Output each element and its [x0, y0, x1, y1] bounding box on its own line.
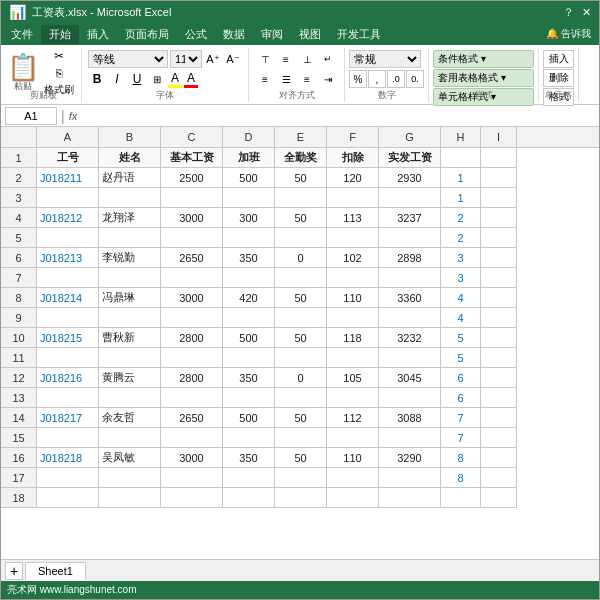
cell-c9[interactable]: [161, 308, 223, 328]
menu-developer[interactable]: 开发工具: [329, 25, 389, 44]
cell-h11[interactable]: 5: [441, 348, 481, 368]
cell-i6[interactable]: [481, 248, 517, 268]
cell-f12[interactable]: 105: [327, 368, 379, 388]
cell-e8[interactable]: 50: [275, 288, 327, 308]
align-top-button[interactable]: ⊤: [255, 50, 275, 68]
align-bottom-button[interactable]: ⊥: [297, 50, 317, 68]
cell-c13[interactable]: [161, 388, 223, 408]
cell-g9[interactable]: [379, 308, 441, 328]
align-left-button[interactable]: ≡: [255, 70, 275, 88]
cell-d4[interactable]: 300: [223, 208, 275, 228]
cell-a18[interactable]: [37, 488, 99, 508]
cell-e3[interactable]: [275, 188, 327, 208]
table-format-button[interactable]: 套用表格格式 ▾: [433, 69, 534, 87]
cell-d7[interactable]: [223, 268, 275, 288]
cell-g4[interactable]: 3237: [379, 208, 441, 228]
menu-home[interactable]: 开始: [41, 25, 79, 44]
cell-f18[interactable]: [327, 488, 379, 508]
cell-h5[interactable]: 2: [441, 228, 481, 248]
cell-f4[interactable]: 113: [327, 208, 379, 228]
col-header-f[interactable]: F: [327, 127, 379, 147]
cell-i10[interactable]: [481, 328, 517, 348]
cell-g15[interactable]: [379, 428, 441, 448]
cell-g12[interactable]: 3045: [379, 368, 441, 388]
cell-f13[interactable]: [327, 388, 379, 408]
row-num-16[interactable]: 16: [1, 448, 37, 468]
col-header-e[interactable]: E: [275, 127, 327, 147]
cell-a4[interactable]: J018212: [37, 208, 99, 228]
cell-h16[interactable]: 8: [441, 448, 481, 468]
cell-a14[interactable]: J018217: [37, 408, 99, 428]
cell-g3[interactable]: [379, 188, 441, 208]
cell-d3[interactable]: [223, 188, 275, 208]
cell-d10[interactable]: 500: [223, 328, 275, 348]
cell-i2[interactable]: [481, 168, 517, 188]
cell-f14[interactable]: 112: [327, 408, 379, 428]
cell-c4[interactable]: 3000: [161, 208, 223, 228]
row-num-3[interactable]: 3: [1, 188, 37, 208]
cell-c14[interactable]: 2650: [161, 408, 223, 428]
cell-reference-input[interactable]: [5, 107, 57, 125]
cell-a6[interactable]: J018213: [37, 248, 99, 268]
cell-h1[interactable]: [441, 148, 481, 168]
row-num-6[interactable]: 6: [1, 248, 37, 268]
cell-h4[interactable]: 2: [441, 208, 481, 228]
col-header-g[interactable]: G: [379, 127, 441, 147]
number-format-select[interactable]: 常规: [349, 50, 421, 68]
menu-page-layout[interactable]: 页面布局: [117, 25, 177, 44]
cell-b15[interactable]: [99, 428, 161, 448]
cell-i17[interactable]: [481, 468, 517, 488]
cell-g10[interactable]: 3232: [379, 328, 441, 348]
cell-g1[interactable]: 实发工资: [379, 148, 441, 168]
cell-g13[interactable]: [379, 388, 441, 408]
cell-f8[interactable]: 110: [327, 288, 379, 308]
cell-a3[interactable]: [37, 188, 99, 208]
col-header-b[interactable]: B: [99, 127, 161, 147]
cell-c16[interactable]: 3000: [161, 448, 223, 468]
font-color-button[interactable]: A: [184, 71, 198, 88]
cell-b10[interactable]: 曹秋新: [99, 328, 161, 348]
italic-button[interactable]: I: [108, 70, 126, 88]
cell-i1[interactable]: [481, 148, 517, 168]
cell-c2[interactable]: 2500: [161, 168, 223, 188]
cell-e7[interactable]: [275, 268, 327, 288]
menu-insert[interactable]: 插入: [79, 25, 117, 44]
font-name-select[interactable]: 等线: [88, 50, 168, 68]
help-icon[interactable]: ？: [563, 5, 574, 20]
cell-c11[interactable]: [161, 348, 223, 368]
bold-button[interactable]: B: [88, 70, 106, 88]
border-button[interactable]: ⊞: [148, 70, 166, 88]
cell-c18[interactable]: [161, 488, 223, 508]
delete-cell-button[interactable]: 删除: [543, 69, 574, 87]
cell-c10[interactable]: 2800: [161, 328, 223, 348]
cell-f7[interactable]: [327, 268, 379, 288]
cell-d14[interactable]: 500: [223, 408, 275, 428]
cell-b13[interactable]: [99, 388, 161, 408]
cell-e4[interactable]: 50: [275, 208, 327, 228]
cell-e13[interactable]: [275, 388, 327, 408]
cell-e16[interactable]: 50: [275, 448, 327, 468]
cell-i12[interactable]: [481, 368, 517, 388]
cell-b16[interactable]: 吴凤敏: [99, 448, 161, 468]
cell-i15[interactable]: [481, 428, 517, 448]
comma-button[interactable]: ,: [368, 70, 386, 88]
cell-d12[interactable]: 350: [223, 368, 275, 388]
cell-f9[interactable]: [327, 308, 379, 328]
cell-f16[interactable]: 110: [327, 448, 379, 468]
cell-f1[interactable]: 扣除: [327, 148, 379, 168]
paste-button[interactable]: 📋 粘贴: [7, 54, 39, 93]
cell-c17[interactable]: [161, 468, 223, 488]
cell-b7[interactable]: [99, 268, 161, 288]
cell-a12[interactable]: J018216: [37, 368, 99, 388]
cell-f11[interactable]: [327, 348, 379, 368]
cell-d13[interactable]: [223, 388, 275, 408]
cell-i11[interactable]: [481, 348, 517, 368]
cell-c12[interactable]: 2800: [161, 368, 223, 388]
cell-h2[interactable]: 1: [441, 168, 481, 188]
cell-e1[interactable]: 全勤奖: [275, 148, 327, 168]
col-header-i[interactable]: I: [481, 127, 517, 147]
menu-file[interactable]: 文件: [3, 25, 41, 44]
close-icon[interactable]: ✕: [582, 6, 591, 19]
cell-h13[interactable]: 6: [441, 388, 481, 408]
row-num-17[interactable]: 17: [1, 468, 37, 488]
